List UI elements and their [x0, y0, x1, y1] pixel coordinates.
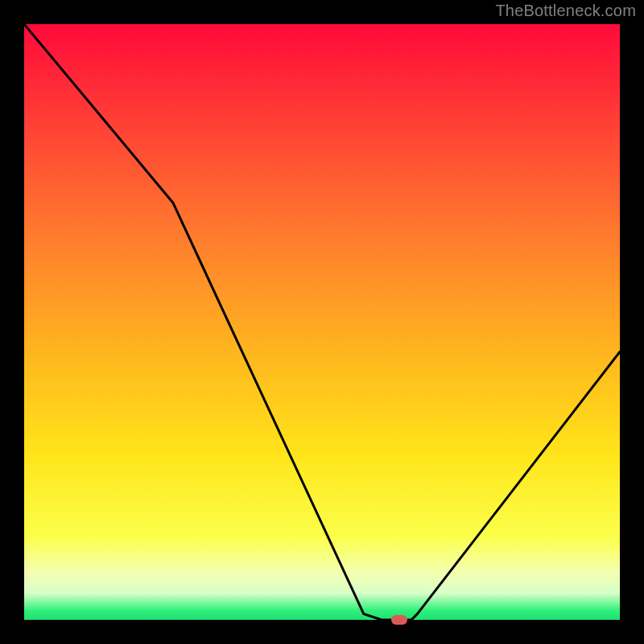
plot-area — [24, 24, 620, 620]
chart-container: TheBottleneck.com — [0, 0, 644, 644]
optimal-point-marker — [391, 615, 407, 625]
watermark-text: TheBottleneck.com — [495, 2, 636, 20]
chart-svg — [24, 24, 620, 620]
gradient-background — [24, 24, 620, 620]
